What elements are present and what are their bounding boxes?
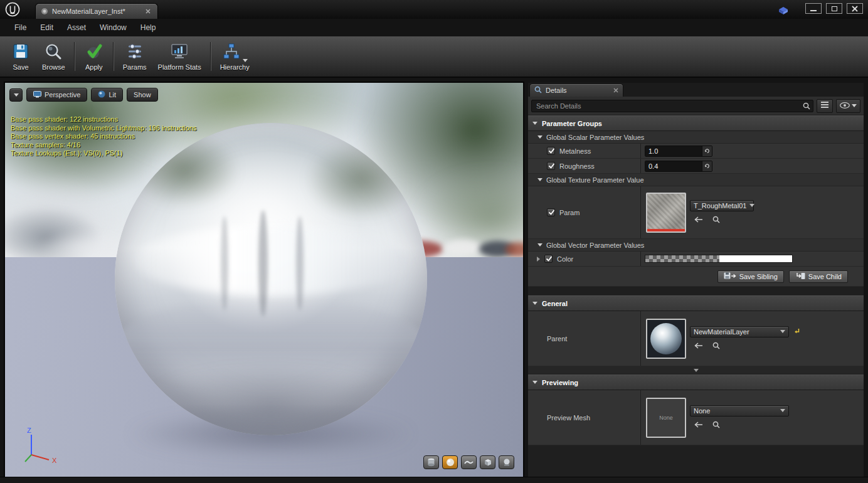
reset-to-default-icon[interactable] (702, 146, 712, 156)
details-tab-icon (534, 86, 542, 95)
details-body: Parameter Groups Global Scalar Parameter… (528, 115, 864, 477)
viewport-options-button[interactable] (9, 88, 23, 102)
sphere-preview-button[interactable] (442, 455, 458, 469)
show-button[interactable]: Show (127, 88, 158, 102)
save-child-icon (795, 272, 805, 281)
close-button[interactable] (847, 3, 863, 14)
section-previewing[interactable]: Previewing (528, 374, 864, 390)
platform-stats-icon (170, 42, 189, 62)
roughness-checkbox[interactable] (547, 162, 555, 170)
menu-edit[interactable]: Edit (33, 20, 60, 35)
reset-parent-icon[interactable] (793, 327, 800, 336)
save-sibling-button[interactable]: Save Sibling (717, 270, 784, 283)
stat-line: Base pass shader: 122 instructions (11, 115, 197, 124)
lit-mode-button[interactable]: Lit (91, 88, 123, 102)
collapse-arrow-icon (532, 381, 537, 384)
parent-material-thumbnail[interactable] (646, 319, 686, 359)
launcher-cube-icon[interactable] (776, 4, 790, 17)
menu-file[interactable]: File (8, 20, 33, 35)
browse-to-asset-icon[interactable] (712, 421, 720, 430)
texture-asset-combo[interactable]: T_RoughMetal01 (690, 200, 754, 211)
unreal-material-instance-editor: NewMaterialLayer_Inst* File Edit Asset W… (0, 0, 868, 483)
expand-arrow-icon[interactable] (537, 257, 540, 262)
roughness-value-input[interactable] (645, 161, 702, 171)
param-label: Metalness (559, 147, 591, 155)
menu-help[interactable]: Help (134, 20, 163, 35)
tab-close-icon[interactable] (144, 7, 152, 16)
preview-viewport[interactable]: Perspective Lit Show Base pass shader: 1… (5, 83, 523, 477)
browse-to-asset-icon[interactable] (712, 216, 720, 225)
list-settings-icon (820, 101, 829, 110)
param-label: Roughness (559, 162, 595, 170)
title-bar: NewMaterialLayer_Inst* (0, 0, 868, 19)
save-child-button[interactable]: Save Child (789, 270, 848, 283)
preview-mesh-toolbar (423, 455, 514, 469)
category-global-vector[interactable]: Global Vector Parameter Values (528, 239, 864, 252)
axis-gizmo: Z X (23, 426, 66, 468)
stat-line: Texture Lookups (Est.): VS(0), PS(1) (11, 149, 197, 158)
view-options-button[interactable] (836, 99, 860, 113)
asset-tab[interactable]: NewMaterialLayer_Inst* (35, 3, 158, 19)
reset-to-default-icon[interactable] (702, 161, 712, 171)
color-checkbox[interactable] (544, 255, 553, 263)
browse-button[interactable]: Browse (36, 40, 71, 73)
preview-mesh-combo[interactable]: None (690, 405, 789, 417)
parent-asset-combo[interactable]: NewMaterialLayer (690, 326, 789, 337)
use-selected-asset-icon[interactable] (694, 342, 703, 351)
hierarchy-button[interactable]: Hierarchy (214, 40, 255, 73)
hierarchy-icon (222, 42, 241, 62)
texture-asset-color-strip (647, 229, 685, 231)
stat-line: Base pass vertex shader: 45 instructions (11, 132, 197, 141)
use-selected-asset-icon[interactable] (694, 216, 703, 225)
axis-z-label: Z (27, 427, 31, 434)
chevron-down-icon (749, 204, 754, 207)
details-tab[interactable]: Details (529, 83, 623, 97)
category-global-texture[interactable]: Global Texture Parameter Value (528, 174, 864, 186)
collapse-arrow-icon (537, 243, 542, 247)
details-panel: Details (528, 83, 864, 477)
details-empty-area (528, 445, 864, 477)
perspective-icon (33, 91, 41, 99)
search-details-input[interactable] (531, 100, 813, 112)
param-checkbox[interactable] (547, 208, 555, 216)
apply-button[interactable]: Apply (78, 40, 110, 73)
texture-thumbnail[interactable] (646, 193, 686, 233)
save-sibling-icon (724, 272, 736, 281)
cylinder-preview-button[interactable] (423, 455, 439, 469)
section-parameter-groups[interactable]: Parameter Groups (528, 115, 864, 131)
color-swatch[interactable] (645, 255, 793, 263)
use-selected-asset-icon[interactable] (694, 421, 703, 430)
platform-stats-button[interactable]: Platform Stats (152, 40, 207, 73)
hierarchy-dropdown-icon[interactable] (243, 59, 248, 62)
metalness-row: Metalness (528, 144, 864, 159)
color-alpha-checker (645, 255, 719, 262)
search-icon (803, 102, 810, 112)
preview-mesh-thumbnail[interactable]: None (646, 398, 686, 438)
chevron-down-icon (780, 409, 785, 412)
display-filter-button[interactable] (817, 99, 833, 113)
shader-stats: Base pass shader: 122 instructions Base … (11, 115, 197, 158)
details-tab-bar: Details (528, 83, 864, 97)
preview-sphere (115, 123, 427, 435)
collapse-arrow-icon (532, 302, 537, 305)
section-general[interactable]: General (528, 295, 864, 311)
save-button[interactable]: Save (5, 40, 36, 73)
minimize-button[interactable] (805, 3, 822, 14)
apply-icon (85, 42, 103, 62)
perspective-button[interactable]: Perspective (26, 88, 87, 102)
param-label: Color (557, 255, 573, 263)
metalness-value-input[interactable] (645, 146, 702, 156)
custom-mesh-preview-button[interactable] (499, 455, 514, 469)
maximize-button[interactable] (826, 3, 842, 14)
plane-preview-button[interactable] (461, 455, 477, 469)
menu-asset[interactable]: Asset (60, 20, 93, 35)
color-param-row: Color (528, 252, 864, 267)
details-tab-close-icon[interactable] (613, 87, 618, 94)
params-button[interactable]: Params (117, 40, 152, 73)
advanced-collapse-row[interactable] (528, 366, 864, 374)
metalness-checkbox[interactable] (547, 147, 555, 155)
cube-preview-button[interactable] (480, 455, 495, 469)
category-global-scalar[interactable]: Global Scalar Parameter Values (528, 131, 864, 144)
menu-window[interactable]: Window (93, 20, 134, 35)
browse-to-asset-icon[interactable] (712, 342, 720, 351)
